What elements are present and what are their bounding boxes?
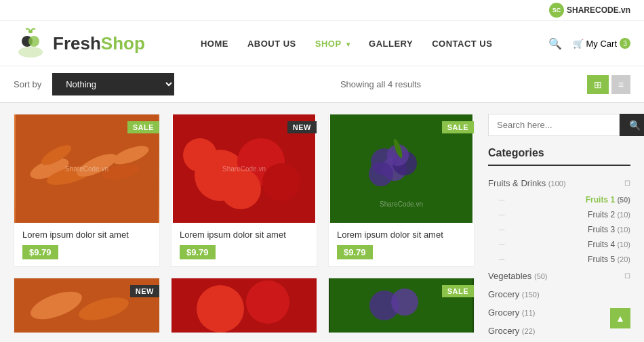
subcategory-label: Fruits 1 (50) — [586, 195, 630, 205]
cart-count: 3 — [620, 38, 630, 49]
product-card[interactable]: SALE — [328, 278, 475, 333]
products-grid-bottom: NEW — [14, 278, 475, 333]
product-image-wrapper: SALE — [329, 278, 474, 333]
svg-text:ShareCode.vn: ShareCode.vn — [380, 200, 423, 208]
product-card[interactable]: ShareCode.vn SALE Lorem ipsum dolor sit … — [328, 114, 475, 267]
category-item-grocery3[interactable]: Grocery (22) — [488, 322, 630, 340]
sort-select[interactable]: Nothing Price: Low to High Price: High t… — [52, 73, 174, 95]
subcategory-label: Fruits 2 (10) — [588, 210, 630, 219]
product-info: Lorem ipsum dolor sit amet $9.79 — [172, 223, 317, 266]
product-title: Lorem ipsum dolor sit amet — [337, 230, 466, 240]
subcategory-item-fruits3[interactable]: Fruits 3 (10) — [499, 222, 630, 237]
svg-text:ShareCode.vn: ShareCode.vn — [222, 165, 266, 173]
product-image-wrapper: NEW — [14, 278, 159, 333]
category-item-fruits-drinks[interactable]: Fruits & Drinks (100) ☐ — [488, 174, 630, 192]
main-layout: ShareCode.vn SALE Lorem ipsum dolor sit … — [0, 103, 644, 342]
product-price: $9.79 — [22, 245, 58, 259]
product-price: $9.79 — [180, 245, 216, 259]
subcategory-item-fruits2[interactable]: Fruits 2 (10) — [499, 207, 630, 222]
svg-point-33 — [246, 280, 289, 324]
logo-text: FreshShop — [53, 33, 145, 54]
search-input[interactable] — [488, 114, 620, 136]
svg-point-23 — [369, 162, 393, 186]
nav-contact[interactable]: CONTACT US — [432, 39, 492, 49]
product-title: Lorem ipsum dolor sit amet — [22, 230, 151, 240]
list-view-button[interactable]: ≡ — [611, 75, 630, 94]
svg-point-2 — [28, 36, 39, 47]
category-label: Vegetables (50) — [488, 271, 548, 281]
cart-label: My Cart — [586, 39, 618, 49]
cart-button[interactable]: 🛒 My Cart 3 — [573, 38, 631, 49]
category-label: Fruits & Drinks (100) — [488, 178, 566, 188]
nav-about[interactable]: ABOUT US — [247, 39, 296, 49]
nav-home[interactable]: HOME — [201, 39, 228, 49]
svg-point-15 — [220, 169, 261, 209]
product-badge-sale: SALE — [442, 121, 474, 133]
subcategory-item-fruits4[interactable]: Fruits 4 (10) — [499, 237, 630, 252]
svg-point-16 — [262, 163, 300, 201]
svg-text:ShareCode.vn: ShareCode.vn — [65, 165, 108, 173]
main-nav: HOME ABOUT US SHOP ▾ GALLERY CONTACT US — [201, 39, 493, 49]
results-text: Showing all 4 results — [185, 79, 576, 89]
product-card[interactable]: NEW — [14, 278, 160, 333]
svg-point-32 — [197, 285, 244, 333]
scroll-to-top-button[interactable]: ▲ — [610, 308, 630, 328]
sidebar: 🔍 Categories Fruits & Drinks (100) ☐ Fru… — [488, 114, 630, 340]
sharecode-brand: SC SHARECODE.vn — [549, 3, 630, 18]
product-card[interactable] — [171, 278, 317, 333]
subcategory-item-fruits5[interactable]: Fruits 5 (20) — [499, 252, 630, 267]
toolbar: Sort by Nothing Price: Low to High Price… — [0, 66, 644, 103]
svg-point-17 — [183, 138, 217, 172]
top-brand-bar: SC SHARECODE.vn — [0, 0, 644, 21]
products-area: ShareCode.vn SALE Lorem ipsum dolor sit … — [14, 114, 475, 340]
logo-fresh: Fresh — [53, 33, 101, 54]
search-submit-button[interactable]: 🔍 — [620, 114, 644, 136]
search-icon: 🔍 — [548, 38, 562, 49]
categories-title: Categories — [488, 147, 630, 166]
subcategory-label: Fruits 5 (20) — [588, 255, 630, 264]
logo[interactable]: FreshShop — [14, 26, 145, 60]
sharecode-label: SHARECODE.vn — [567, 5, 630, 15]
svg-point-37 — [391, 288, 418, 316]
product-info: Lorem ipsum dolor sit amet $9.79 — [329, 223, 474, 266]
header: FreshShop HOME ABOUT US SHOP ▾ GALLERY C… — [0, 21, 644, 66]
product-card[interactable]: ShareCode.vn SALE Lorem ipsum dolor sit … — [14, 114, 160, 267]
search-submit-icon: 🔍 — [629, 120, 641, 131]
subcategory-item-fruits1[interactable]: Fruits 1 (50) — [499, 192, 630, 207]
svg-point-3 — [28, 30, 33, 33]
product-badge-new: NEW — [130, 285, 159, 297]
nav-gallery[interactable]: GALLERY — [369, 39, 413, 49]
product-image-wrapper — [172, 278, 317, 333]
logo-shop: Shop — [101, 33, 145, 54]
category-item-vegetables[interactable]: Vegetables (50) ☐ — [488, 267, 630, 285]
nav-shop[interactable]: SHOP ▾ — [315, 39, 350, 49]
category-label: Grocery (22) — [488, 326, 535, 336]
category-item-grocery1[interactable]: Grocery (150) — [488, 285, 630, 303]
header-actions: 🔍 🛒 My Cart 3 — [548, 37, 631, 50]
svg-point-0 — [18, 47, 43, 58]
cart-icon: 🛒 — [573, 39, 584, 49]
subcategories-fruits: Fruits 1 (50) Fruits 2 (10) Fruits 3 (10… — [488, 192, 630, 267]
category-item-grocery2[interactable]: Grocery (11) — [488, 303, 630, 322]
scroll-top-icon: ▲ — [616, 313, 625, 324]
product-image-wrapper: ShareCode.vn NEW — [172, 114, 317, 223]
product-price: $9.79 — [337, 245, 373, 259]
product-badge-sale: SALE — [127, 121, 159, 133]
list-icon: ≡ — [618, 79, 624, 90]
grid-view-button[interactable]: ⊞ — [587, 75, 609, 94]
view-toggle: ⊞ ≡ — [587, 75, 630, 94]
sort-label: Sort by — [14, 79, 41, 89]
header-search-button[interactable]: 🔍 — [548, 37, 562, 50]
expand-icon: ☐ — [624, 272, 630, 280]
product-image-wrapper: ShareCode.vn SALE — [14, 114, 159, 223]
sharecode-icon: SC — [549, 3, 564, 18]
product-badge-new: NEW — [287, 121, 317, 133]
category-label: Grocery (150) — [488, 289, 540, 299]
category-label: Grocery (11) — [488, 307, 535, 318]
subcategory-label: Fruits 3 (10) — [588, 225, 630, 234]
svg-rect-31 — [173, 278, 315, 333]
product-card[interactable]: ShareCode.vn NEW Lorem ipsum dolor sit a… — [171, 114, 317, 267]
shop-dropdown-icon: ▾ — [346, 41, 350, 48]
logo-icon — [14, 26, 47, 60]
expand-icon: ☐ — [624, 179, 630, 187]
